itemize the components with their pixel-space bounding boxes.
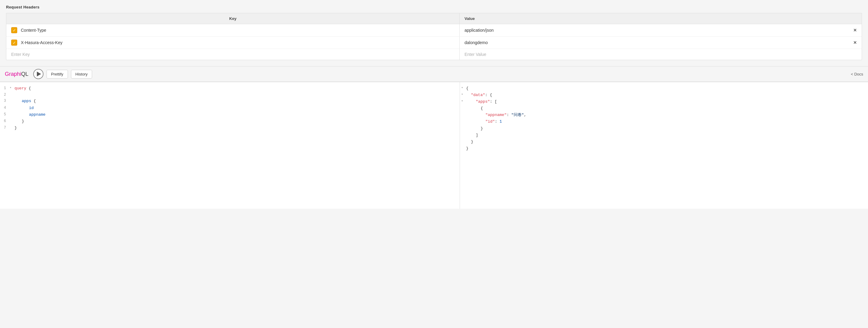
code-line-2: 2 <box>0 92 460 98</box>
value-column-header: Value <box>460 13 862 24</box>
key-cell: ✓ Content-Type <box>6 24 460 36</box>
table-row: ✓ Content-Type application/json ✕ <box>6 24 862 36</box>
code-line-4: 4 id <box>0 105 460 112</box>
value-text: dalongdemo <box>465 40 488 45</box>
request-headers-title: Request Headers <box>6 5 862 9</box>
graphiql-toolbar: GraphiQL Prettify History < Docs <box>0 66 868 82</box>
key-value: Content-Type <box>21 28 46 33</box>
history-button[interactable]: History <box>71 70 92 79</box>
graphiql-section: GraphiQL Prettify History < Docs 1 ▾ que… <box>0 66 868 209</box>
key-input-cell[interactable]: Enter Key <box>6 49 460 60</box>
empty-row: Enter Key Enter Value <box>6 49 862 60</box>
result-line-9: } <box>460 139 868 145</box>
result-line-4: { <box>460 105 868 112</box>
value-cell: application/json ✕ <box>460 24 862 36</box>
checkbox-checked[interactable]: ✓ <box>11 27 17 33</box>
docs-button[interactable]: < Docs <box>851 72 863 77</box>
result-line-5: "appname": "问卷", <box>460 112 868 118</box>
code-line-6: 6 } <box>0 118 460 125</box>
query-editor[interactable]: 1 ▾ query { 2 3 apps { 4 id 5 <box>0 82 460 209</box>
result-line-6: "id": 1 <box>460 118 868 125</box>
table-row: ✓ X-Hasura-Access-Key dalongdemo ✕ <box>6 36 862 49</box>
key-column-header: Key <box>6 13 460 24</box>
key-placeholder: Enter Key <box>11 52 30 57</box>
code-line-7: 7 } <box>0 125 460 131</box>
value-text: application/json <box>465 28 494 33</box>
editor-area: 1 ▾ query { 2 3 apps { 4 id 5 <box>0 82 868 209</box>
code-line-1: 1 ▾ query { <box>0 85 460 92</box>
value-cell: dalongdemo ✕ <box>460 36 862 49</box>
delete-row-button[interactable]: ✕ <box>853 40 857 45</box>
prettify-button[interactable]: Prettify <box>46 70 68 79</box>
result-line-7: } <box>460 125 868 132</box>
value-placeholder: Enter Value <box>465 52 486 57</box>
play-icon <box>37 71 41 77</box>
result-line-1: ▾ { <box>460 85 868 92</box>
code-line-3: 3 apps { <box>0 98 460 105</box>
run-query-button[interactable] <box>33 69 43 79</box>
headers-table: Key Value ✓ Content-Type application/jso… <box>6 13 862 60</box>
result-line-10: } <box>460 145 868 152</box>
key-value: X-Hasura-Access-Key <box>21 40 63 45</box>
checkbox-checked[interactable]: ✓ <box>11 39 17 46</box>
value-input-cell[interactable]: Enter Value <box>460 49 862 60</box>
result-line-3: ▾ "apps": [ <box>460 98 868 105</box>
result-line-8: ] <box>460 132 868 139</box>
delete-row-button[interactable]: ✕ <box>853 28 857 33</box>
result-panel: ▾ { ▾ "data": { ▾ "apps": [ { "appname":… <box>460 82 868 209</box>
result-line-2: ▾ "data": { <box>460 92 868 98</box>
graphiql-logo: GraphiQL <box>5 71 28 77</box>
code-line-5: 5 appname <box>0 112 460 118</box>
key-cell: ✓ X-Hasura-Access-Key <box>6 36 460 49</box>
